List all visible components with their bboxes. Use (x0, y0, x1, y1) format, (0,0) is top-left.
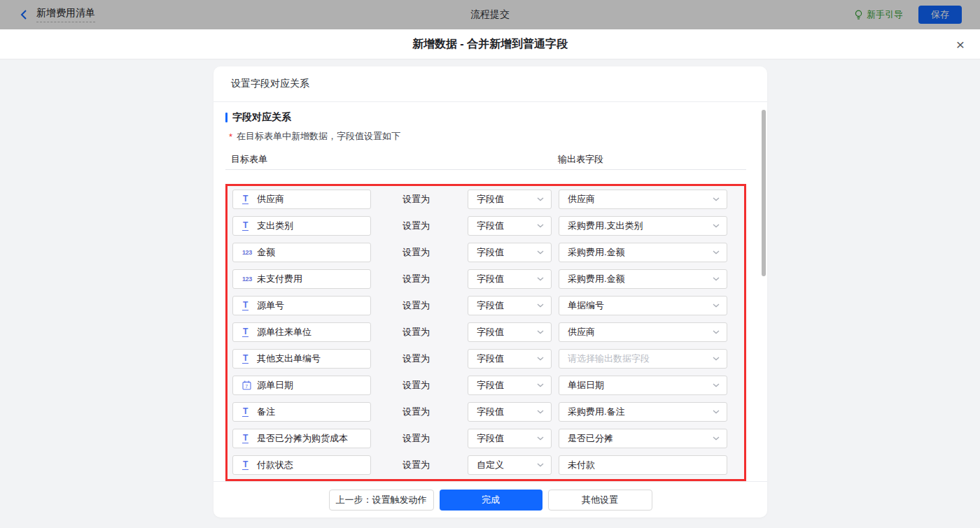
target-field-label: 付款状态 (257, 459, 293, 471)
target-field-label: 备注 (257, 406, 275, 418)
value-type-select[interactable]: 字段值 (468, 296, 552, 315)
target-field-input[interactable]: T 备注 (232, 402, 371, 422)
chevron-down-icon (713, 330, 720, 334)
instruction-label: 在目标表单中新增数据，字段值设置如下 (237, 130, 400, 143)
chevron-down-icon (713, 410, 720, 414)
output-field-select[interactable]: 采购费用.支出类别 (559, 216, 727, 236)
mapping-row: T 供应商 设置为 字段值 供应商 (227, 190, 744, 209)
chevron-down-icon (537, 357, 544, 361)
finish-button[interactable]: 完成 (440, 490, 542, 511)
chevron-down-icon (713, 383, 720, 387)
chevron-down-icon (713, 224, 720, 228)
chevron-down-icon (537, 277, 544, 281)
mapping-row: T 其他支出单编号 设置为 字段值 请选择输出数据字段 (227, 349, 744, 369)
output-field-select[interactable]: 单据日期 (559, 376, 727, 395)
set-as-label: 设置为 (402, 432, 430, 445)
value-type-select[interactable]: 字段值 (468, 269, 552, 289)
output-field-label: 单据日期 (568, 379, 604, 392)
output-field-select[interactable]: 采购费用.金额 (559, 269, 727, 289)
mapping-row: T 备注 设置为 字段值 采购费用.备注 (227, 402, 744, 422)
target-field-label: 未支付费用 (257, 273, 302, 285)
target-field-input[interactable]: 123 未支付费用 (232, 269, 371, 289)
target-field-input[interactable]: T 供应商 (232, 190, 371, 209)
output-field-label: 单据编号 (568, 299, 604, 312)
number-field-icon: 123 (242, 276, 255, 283)
set-as-label: 设置为 (402, 299, 430, 312)
value-type-select[interactable]: 字段值 (468, 190, 552, 209)
target-field-input[interactable]: T 支出类别 (232, 216, 371, 236)
column-header-target-form: 目标表单 (231, 153, 267, 166)
output-field-label: 采购费用.金额 (568, 273, 625, 285)
value-type-select[interactable]: 字段值 (468, 216, 552, 236)
custom-value-input[interactable]: 未付款 (559, 455, 727, 475)
value-type-label: 字段值 (477, 379, 504, 392)
set-as-label: 设置为 (402, 406, 430, 418)
value-type-label: 字段值 (477, 220, 504, 232)
value-type-select[interactable]: 字段值 (468, 349, 552, 369)
chevron-down-icon (537, 224, 544, 228)
value-type-select[interactable]: 字段值 (468, 322, 552, 342)
mapping-row: 123 金额 设置为 字段值 采购费用.金额 (227, 243, 744, 262)
app-topbar: 新增费用清单 流程提交 新手引导 保存 (0, 0, 980, 29)
column-headers: 目标表单 输出表字段 (225, 152, 746, 170)
target-field-label: 支出类别 (257, 220, 293, 232)
value-type-label: 字段值 (477, 193, 504, 206)
mapping-row: 7 源单日期 设置为 字段值 单据日期 (227, 376, 744, 395)
output-field-select[interactable]: 供应商 (559, 322, 727, 342)
output-field-select[interactable]: 是否已分摊 (559, 429, 727, 448)
scrollbar-thumb[interactable] (762, 110, 766, 276)
mapping-row: T 源单号 设置为 字段值 单据编号 (227, 296, 744, 315)
chevron-down-icon (713, 304, 720, 308)
close-icon[interactable]: × (956, 37, 965, 52)
mapping-row: T 源单往来单位 设置为 字段值 供应商 (227, 322, 744, 342)
output-field-label: 采购费用.金额 (568, 246, 625, 259)
beginner-guide-link[interactable]: 新手引导 (854, 8, 903, 21)
chevron-down-icon (713, 357, 720, 361)
value-type-select[interactable]: 字段值 (468, 243, 552, 262)
output-field-label: 是否已分摊 (568, 432, 613, 445)
output-field-label: 采购费用.备注 (568, 406, 625, 418)
target-field-input[interactable]: T 是否已分摊为购货成本 (232, 429, 371, 448)
value-type-select[interactable]: 字段值 (468, 429, 552, 448)
value-type-label: 字段值 (477, 246, 504, 259)
target-field-label: 源单往来单位 (257, 326, 312, 338)
chevron-down-icon (537, 436, 544, 441)
set-as-label: 设置为 (402, 193, 430, 206)
set-as-label: 设置为 (402, 379, 430, 392)
set-as-label: 设置为 (402, 326, 430, 338)
target-field-input[interactable]: T 其他支出单编号 (232, 349, 371, 369)
save-button[interactable]: 保存 (918, 6, 962, 24)
highlighted-mapping-area: T 供应商 设置为 字段值 供应商 T 支出类别 设置为 字段值 (225, 184, 746, 481)
target-field-input[interactable]: 123 金额 (232, 243, 371, 262)
target-field-input[interactable]: T 源单号 (232, 296, 371, 315)
section-title-row: 字段对应关系 (225, 111, 755, 124)
output-field-label: 供应商 (568, 326, 595, 338)
prev-step-button[interactable]: 上一步：设置触发动作 (329, 490, 434, 511)
target-field-label: 供应商 (257, 193, 284, 206)
other-settings-button[interactable]: 其他设置 (548, 490, 652, 511)
chevron-down-icon (537, 250, 544, 255)
value-type-select[interactable]: 字段值 (468, 376, 552, 395)
text-field-icon: T (242, 194, 255, 204)
target-field-input[interactable]: 7 源单日期 (232, 376, 371, 395)
value-type-label: 字段值 (477, 352, 504, 365)
output-field-select[interactable]: 采购费用.金额 (559, 243, 727, 262)
set-as-label: 设置为 (402, 459, 430, 471)
target-field-input[interactable]: T 源单往来单位 (232, 322, 371, 342)
value-type-label: 字段值 (477, 299, 504, 312)
value-type-select[interactable]: 自定义 (468, 455, 552, 475)
card-header: 设置字段对应关系 (214, 66, 767, 102)
add-data-modal: 新增数据 - 合并新增到普通字段 × 设置字段对应关系 字段对应关系 * 在目标… (0, 29, 980, 528)
output-field-select[interactable]: 请选择输出数据字段 (559, 349, 727, 369)
chevron-down-icon (713, 436, 720, 441)
output-field-label: 未付款 (568, 459, 595, 471)
output-field-select[interactable]: 单据编号 (559, 296, 727, 315)
output-field-select[interactable]: 供应商 (559, 190, 727, 209)
output-field-select[interactable]: 采购费用.备注 (559, 402, 727, 422)
value-type-label: 字段值 (477, 273, 504, 285)
set-as-label: 设置为 (402, 246, 430, 259)
target-field-input[interactable]: T 付款状态 (232, 455, 371, 475)
column-header-output-field: 输出表字段 (558, 153, 603, 166)
value-type-label: 字段值 (477, 432, 504, 445)
value-type-select[interactable]: 字段值 (468, 402, 552, 422)
